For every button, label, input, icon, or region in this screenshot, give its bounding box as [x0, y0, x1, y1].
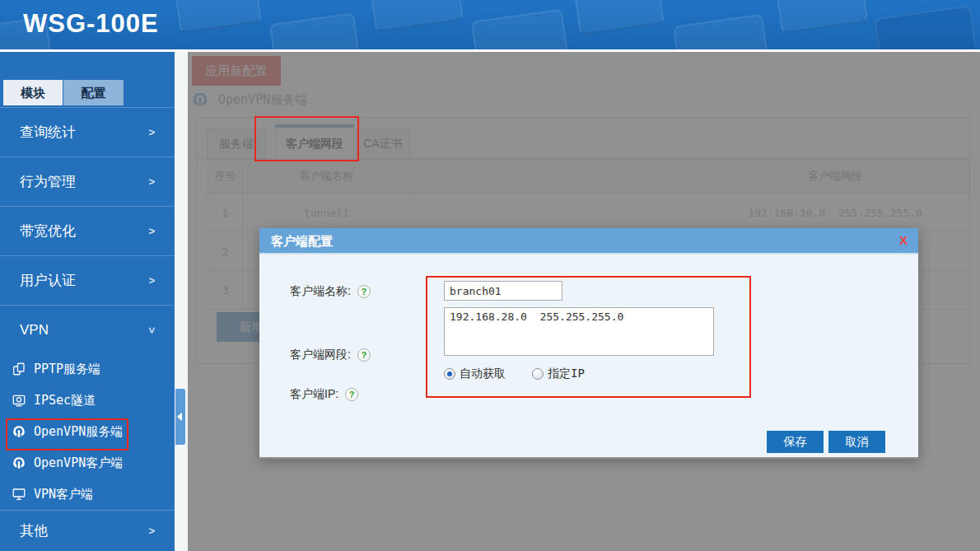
menu-label: 带宽优化	[20, 223, 76, 239]
client-name-label-row: 客户端名称: ?	[290, 284, 371, 299]
cancel-button[interactable]: 取消	[828, 431, 885, 453]
menu-label: 行为管理	[20, 174, 76, 189]
menu-label: VPN	[20, 322, 49, 338]
menu-label: 查询统计	[20, 124, 76, 140]
client-segment-label: 客户端网段:	[290, 348, 351, 362]
vault-icon	[12, 393, 26, 408]
close-icon[interactable]: X	[899, 228, 908, 253]
submenu-label: OpenVPN服务端	[34, 424, 123, 440]
openvpn-icon	[12, 424, 26, 439]
client-config-modal: 客户端配置 X 客户端名称: ? 客户端网段: ? 192.168.28.0 2…	[259, 228, 918, 459]
openvpn-icon	[12, 455, 26, 470]
radio-selected-icon	[444, 368, 455, 380]
chevron-right-icon: >	[148, 108, 155, 157]
vpn-submenu: PPTP服务端 IPSec隧道 OpenVPN服务端	[0, 353, 175, 510]
client-ip-label: 客户端IP:	[290, 387, 338, 402]
menu-label: 用户认证	[20, 273, 76, 288]
submenu-label: PPTP服务端	[34, 362, 100, 377]
top-header: WSG-100E	[0, 0, 980, 52]
help-icon[interactable]: ?	[345, 388, 358, 401]
app-screen: WSG-100E 模块 配置 查询统计 > 行为管理 > 带宽优化 > 用户认证…	[0, 0, 980, 551]
client-name-label: 客户端名称:	[290, 284, 351, 299]
tab-config[interactable]: 配置	[63, 80, 124, 105]
sidebar-menu-bottom: 其他 >	[0, 510, 175, 551]
monitor-icon	[12, 487, 26, 502]
sidebar-item-vpn[interactable]: VPN >	[0, 305, 175, 354]
sidebar-item-openvpn-server[interactable]: OpenVPN服务端	[0, 416, 175, 447]
chevron-right-icon: >	[148, 511, 155, 551]
app-title: WSG-100E	[23, 9, 159, 39]
chevron-right-icon: >	[148, 207, 155, 256]
modal-header: 客户端配置 X	[259, 228, 918, 254]
sidebar-collapse-handle[interactable]	[175, 389, 185, 445]
sidebar-item-pptp-server[interactable]: PPTP服务端	[0, 353, 175, 385]
sidebar: 模块 配置 查询统计 > 行为管理 > 带宽优化 > 用户认证 > VPN >	[0, 52, 175, 551]
sidebar-item-openvpn-client[interactable]: OpenVPN客户端	[0, 447, 175, 479]
save-button[interactable]: 保存	[767, 431, 824, 453]
sidebar-tabs: 模块 配置	[0, 52, 175, 107]
chevron-down-icon: >	[127, 327, 176, 334]
client-segment-label-row: 客户端网段: ?	[290, 348, 371, 362]
radio-unselected-icon	[532, 368, 544, 380]
client-ip-label-row: 客户端IP: ?	[290, 387, 358, 402]
radio-specify-label: 指定IP	[548, 367, 585, 381]
radio-specify-ip[interactable]: 指定IP	[532, 367, 585, 381]
sidebar-item-behavior-mgmt[interactable]: 行为管理 >	[0, 156, 175, 206]
help-icon[interactable]: ?	[357, 285, 371, 298]
client-ip-radio-group: 自动获取 指定IP	[444, 367, 585, 381]
sidebar-item-user-auth[interactable]: 用户认证 >	[0, 255, 175, 305]
sidebar-item-other[interactable]: 其他 >	[0, 510, 175, 551]
client-name-input[interactable]	[444, 281, 562, 301]
sidebar-item-ipsec-tunnel[interactable]: IPSec隧道	[0, 385, 175, 416]
client-segment-textarea[interactable]: 192.168.28.0 255.255.255.0	[444, 307, 714, 356]
sidebar-item-vpn-client[interactable]: VPN客户端	[0, 479, 175, 510]
help-icon[interactable]: ?	[357, 348, 371, 362]
menu-label: 其他	[20, 523, 48, 539]
chevron-right-icon: >	[148, 256, 155, 306]
radio-auto-label: 自动获取	[460, 367, 506, 381]
modal-title: 客户端配置	[271, 228, 333, 254]
radio-auto-obtain[interactable]: 自动获取	[444, 367, 506, 381]
sidebar-item-bandwidth-opt[interactable]: 带宽优化 >	[0, 206, 175, 255]
devices-icon	[12, 362, 26, 376]
sidebar-item-query-stats[interactable]: 查询统计 >	[0, 107, 175, 156]
submenu-label: IPSec隧道	[34, 393, 96, 409]
modal-body: 客户端名称: ? 客户端网段: ? 192.168.28.0 255.255.2…	[259, 254, 918, 457]
collapse-arrow-icon	[177, 413, 182, 421]
tab-modules[interactable]: 模块	[3, 80, 63, 105]
submenu-label: OpenVPN客户端	[34, 455, 123, 471]
sidebar-menu: 查询统计 > 行为管理 > 带宽优化 > 用户认证 > VPN >	[0, 107, 175, 354]
submenu-label: VPN客户端	[34, 487, 93, 502]
chevron-right-icon: >	[148, 157, 155, 207]
